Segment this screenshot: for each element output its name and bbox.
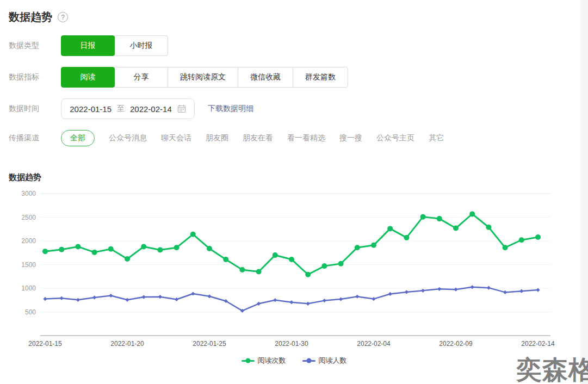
legend-green-marker-icon xyxy=(242,360,255,362)
channel-moments[interactable]: 朋友圈 xyxy=(206,133,228,143)
calendar-icon xyxy=(177,104,186,113)
data-type-row: 数据类型 日报 小时报 xyxy=(0,35,588,56)
channel-all[interactable]: 全部 xyxy=(61,130,95,146)
channel-friends-reading[interactable]: 朋友在看 xyxy=(243,133,273,143)
legend-blue-marker-icon xyxy=(302,360,315,362)
date-start: 2022-01-15 xyxy=(70,104,112,114)
date-separator: 至 xyxy=(117,104,125,114)
data-time-label: 数据时间 xyxy=(9,104,61,114)
data-metric-label: 数据指标 xyxy=(9,72,61,82)
legend-item-reader-count[interactable]: 阅读人数 xyxy=(302,356,347,366)
legend-label-reader-count: 阅读人数 xyxy=(319,356,347,366)
watermark-text: 奕森格 xyxy=(516,353,588,384)
svg-text:2500: 2500 xyxy=(21,214,36,221)
trend-chart-canvas: 500100015002000250030002022-01-152022-01… xyxy=(2,186,571,349)
channel-label: 传播渠道 xyxy=(9,133,61,143)
channel-chat-session[interactable]: 聊天会话 xyxy=(161,133,191,143)
svg-text:2022-02-04: 2022-02-04 xyxy=(357,340,391,348)
svg-text:1000: 1000 xyxy=(21,284,36,292)
channel-row: 传播渠道 全部 公众号消息 聊天会话 朋友圈 朋友在看 看一看精选 搜一搜 公众… xyxy=(0,130,588,146)
tab-daily-report[interactable]: 日报 xyxy=(61,35,115,56)
page-title: 数据趋势 xyxy=(9,10,52,24)
svg-text:500: 500 xyxy=(25,308,36,316)
data-metric-row: 数据指标 阅读 分享 跳转阅读原文 微信收藏 群发篇数 xyxy=(0,67,588,88)
data-time-row: 数据时间 2022-01-15 至 2022-02-14 下载数据明细 xyxy=(0,98,588,119)
page-right-gutter xyxy=(580,0,588,384)
download-data-link[interactable]: 下载数据明细 xyxy=(208,104,253,114)
legend-label-read-count: 阅读次数 xyxy=(258,356,286,366)
svg-text:2022-01-30: 2022-01-30 xyxy=(275,340,308,348)
svg-text:2022-01-15: 2022-01-15 xyxy=(28,340,62,348)
date-end: 2022-02-14 xyxy=(130,104,172,114)
data-type-label: 数据类型 xyxy=(9,41,61,51)
svg-text:2022-01-20: 2022-01-20 xyxy=(110,340,144,348)
channel-account-homepage[interactable]: 公众号主页 xyxy=(376,133,414,143)
svg-text:2022-01-25: 2022-01-25 xyxy=(193,340,226,348)
tab-shares[interactable]: 分享 xyxy=(114,67,168,88)
channel-official-account-message[interactable]: 公众号消息 xyxy=(109,133,147,143)
tab-mass-send-articles[interactable]: 群发篇数 xyxy=(293,67,348,88)
trend-chart: 500100015002000250030002022-01-152022-01… xyxy=(0,186,588,351)
channel-search[interactable]: 搜一搜 xyxy=(339,133,362,143)
svg-text:2000: 2000 xyxy=(21,237,36,245)
legend-item-read-count[interactable]: 阅读次数 xyxy=(242,356,286,366)
svg-text:1500: 1500 xyxy=(21,261,36,269)
channel-filter-list: 全部 公众号消息 聊天会话 朋友圈 朋友在看 看一看精选 搜一搜 公众号主页 其… xyxy=(61,130,444,146)
tab-reads[interactable]: 阅读 xyxy=(61,67,115,88)
chart-section-title: 数据趋势 xyxy=(0,172,588,183)
data-type-segmented-control: 日报 小时报 xyxy=(61,35,168,56)
tab-original-link-jumps[interactable]: 跳转阅读原文 xyxy=(168,67,238,88)
svg-text:2022-02-09: 2022-02-09 xyxy=(439,340,473,348)
tab-wechat-favorites[interactable]: 微信收藏 xyxy=(238,67,293,88)
chart-legend: 阅读次数 阅读人数 xyxy=(0,356,588,366)
svg-text:2022-02-14: 2022-02-14 xyxy=(521,340,555,348)
help-icon[interactable]: ? xyxy=(58,12,68,22)
tab-hourly-report[interactable]: 小时报 xyxy=(114,35,168,56)
channel-other[interactable]: 其它 xyxy=(429,133,444,143)
channel-top-stories[interactable]: 看一看精选 xyxy=(287,133,325,143)
page-header: 数据趋势 ? xyxy=(0,0,588,24)
svg-text:3000: 3000 xyxy=(21,190,36,197)
date-range-picker[interactable]: 2022-01-15 至 2022-02-14 xyxy=(61,98,195,119)
data-metric-segmented-control: 阅读 分享 跳转阅读原文 微信收藏 群发篇数 xyxy=(61,67,348,88)
